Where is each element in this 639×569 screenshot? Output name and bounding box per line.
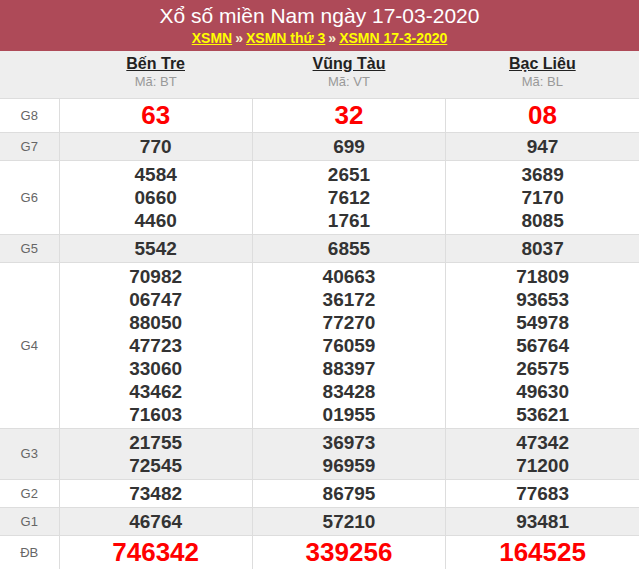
prize-number: 8037 [446,237,639,260]
prize-cell: 46764 [59,507,252,535]
breadcrumb-link-xsmn-date[interactable]: XSMN 17-3-2020 [339,30,447,46]
prize-number: 47342 [446,431,639,454]
prize-cell: 770 [59,132,252,160]
prize-number: 01955 [253,403,445,426]
prize-number: 77683 [446,482,639,505]
province-header-baclieu: Bạc Liêu Mã: BL [446,51,639,98]
prize-number: 77270 [253,311,445,334]
prize-cell: 265176121761 [252,160,445,234]
prize-number: 26575 [446,357,639,380]
prize-number: 53621 [446,403,639,426]
prize-number: 76059 [253,334,445,357]
prize-number: 93481 [446,510,639,533]
prize-number: 339256 [253,538,445,567]
prize-cell: 746342 [59,535,252,569]
prize-number: 36172 [253,288,445,311]
province-header-bentre: Bến Tre Mã: BT [59,51,252,98]
prize-number: 4584 [60,163,252,186]
province-code: Mã: VT [252,74,445,90]
prize-number: 36973 [253,431,445,454]
prize-number: 88050 [60,311,252,334]
prize-label: G8 [0,98,59,132]
prize-number: 71809 [446,265,639,288]
prize-cell: 164525 [446,535,639,569]
results-body: G8633208G7770699947G64584066044602651761… [0,98,639,569]
province-link[interactable]: Bến Tre [59,54,252,74]
prize-label: G7 [0,132,59,160]
prize-number: 72545 [60,454,252,477]
prize-number: 83428 [253,380,445,403]
prize-number: 4460 [60,209,252,232]
prize-number: 7612 [253,186,445,209]
prize-number: 46764 [60,510,252,533]
prize-cell: 2175572545 [59,428,252,479]
prize-number: 3689 [446,163,639,186]
prize-row-G3: G3217557254536973969594734271200 [0,428,639,479]
prize-number: 57210 [253,510,445,533]
prize-row-G1: G1467645721093481 [0,507,639,535]
prize-number: 08 [446,101,639,130]
prize-cell: 6855 [252,234,445,262]
breadcrumb-link-xsmn[interactable]: XSMN [192,30,232,46]
results-header: Xổ số miền Nam ngày 17-03-2020 XSMN»XSMN… [0,0,639,51]
prize-number: 947 [446,135,639,158]
prize-cell: 3697396959 [252,428,445,479]
prize-label: G5 [0,234,59,262]
prize-number: 93653 [446,288,639,311]
prize-cell: 5542 [59,234,252,262]
prize-cell: 71809936535497856764265754963053621 [446,262,639,428]
prize-cell: 368971708085 [446,160,639,234]
prize-cell: 63 [59,98,252,132]
province-link[interactable]: Vũng Tàu [252,54,445,74]
prize-cell: 339256 [252,535,445,569]
prize-number: 33060 [60,357,252,380]
prize-cell: 08 [446,98,639,132]
prize-row-G7: G7770699947 [0,132,639,160]
prize-number: 8085 [446,209,639,232]
prize-cell: 32 [252,98,445,132]
breadcrumb-separator: » [232,30,246,46]
prize-label: G4 [0,262,59,428]
prize-number: 49630 [446,380,639,403]
prize-row-G4: G470982067478805047723330604346271603406… [0,262,639,428]
breadcrumb-separator: » [325,30,339,46]
prize-number: 56764 [446,334,639,357]
results-table: Bến Tre Mã: BT Vũng Tàu Mã: VT Bạc Liêu … [0,51,639,569]
prize-cell: 70982067478805047723330604346271603 [59,262,252,428]
prize-label-column-header [0,51,59,98]
prize-cell: 93481 [446,507,639,535]
province-link[interactable]: Bạc Liêu [446,54,639,74]
prize-number: 86795 [253,482,445,505]
prize-number: 63 [60,101,252,130]
prize-label: G3 [0,428,59,479]
prize-cell: 77683 [446,479,639,507]
prize-number: 71200 [446,454,639,477]
prize-cell: 40663361727727076059883978342801955 [252,262,445,428]
prize-cell: 86795 [252,479,445,507]
prize-row-G8: G8633208 [0,98,639,132]
prize-cell: 699 [252,132,445,160]
prize-number: 0660 [60,186,252,209]
prize-cell: 458406604460 [59,160,252,234]
prize-number: 770 [60,135,252,158]
prize-label: G6 [0,160,59,234]
lottery-results-page: Xổ số miền Nam ngày 17-03-2020 XSMN»XSMN… [0,0,639,569]
prize-label: ĐB [0,535,59,569]
prize-number: 699 [253,135,445,158]
prize-number: 47723 [60,334,252,357]
breadcrumb: XSMN»XSMN thứ 3»XSMN 17-3-2020 [0,29,639,48]
page-title: Xổ số miền Nam ngày 17-03-2020 [0,3,639,29]
prize-number: 71603 [60,403,252,426]
prize-number: 54978 [446,311,639,334]
prize-number: 21755 [60,431,252,454]
breadcrumb-link-xsmn-thu3[interactable]: XSMN thứ 3 [246,30,325,46]
prize-number: 06747 [60,288,252,311]
prize-number: 73482 [60,482,252,505]
prize-number: 70982 [60,265,252,288]
prize-number: 164525 [446,538,639,567]
prize-cell: 57210 [252,507,445,535]
prize-number: 6855 [253,237,445,260]
prize-cell: 947 [446,132,639,160]
prize-number: 40663 [253,265,445,288]
prize-number: 96959 [253,454,445,477]
